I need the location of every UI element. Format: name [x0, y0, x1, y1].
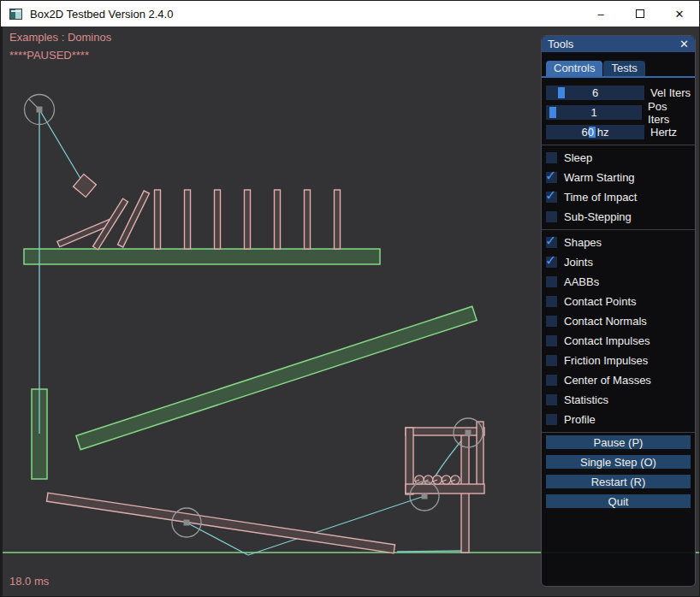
anchor-upper-pulley: [466, 430, 472, 436]
checkbox[interactable]: [546, 276, 557, 287]
joint-line-ground-frame: [248, 496, 424, 555]
slider-row: 1 Pos Iters: [546, 103, 691, 122]
checkbox-row[interactable]: Statistics: [546, 390, 691, 410]
tools-panel-titlebar[interactable]: Tools ✕: [542, 36, 695, 52]
slider-value: 6: [546, 86, 644, 99]
checkbox-row[interactable]: AABBs: [546, 272, 691, 292]
window-title: Box2D Testbed Version 2.4.0: [30, 8, 173, 21]
anchor-lower-pulley: [422, 494, 428, 499]
standing-domino-6: [305, 190, 311, 249]
tools-close-icon[interactable]: ✕: [679, 38, 689, 50]
simulation-canvas[interactable]: Examples : Dominos ****PAUSED**** 18.0 m…: [1, 27, 700, 597]
checkbox-label: Joints: [564, 256, 593, 269]
checkbox[interactable]: [546, 316, 557, 327]
checkbox[interactable]: [546, 296, 557, 307]
checkbox-label: Warm Starting: [564, 171, 635, 184]
tab-underline: [542, 76, 695, 78]
joint-line-pendulum-square: [39, 109, 85, 186]
checkbox-group-draw: Shapes Joints AABBs Contact Points: [546, 233, 691, 429]
slider-group: 6 Vel Iters 1 Pos Iters: [546, 83, 691, 142]
checkbox-row[interactable]: Contact Impulses: [546, 331, 691, 351]
standing-domino-7: [335, 190, 341, 249]
slider-label: Hertz: [650, 126, 677, 139]
slider-label: Vel Iters: [650, 86, 691, 99]
checkbox-label: Profile: [564, 413, 596, 426]
checkbox[interactable]: [546, 172, 557, 183]
checkbox-row[interactable]: Contact Normals: [546, 311, 691, 331]
checkbox-label: Center of Masses: [564, 374, 651, 387]
frame-time-label: 18.0 ms: [9, 575, 49, 588]
checkbox[interactable]: [546, 394, 557, 405]
checkbox-label: Contact Normals: [564, 315, 647, 328]
checkbox-row[interactable]: Shapes: [546, 233, 691, 252]
slider-value: 1: [546, 106, 642, 119]
checkbox[interactable]: [546, 257, 557, 268]
slider[interactable]: 1: [546, 105, 642, 120]
panel-button[interactable]: Single Step (O): [546, 455, 691, 469]
checkbox-row[interactable]: Profile: [546, 410, 691, 429]
checkbox-row[interactable]: Joints: [546, 252, 691, 272]
app-window: Box2D Testbed Version 2.4.0 – ✕: [0, 0, 700, 597]
frame-structure: [406, 422, 484, 553]
shelf-balls: [415, 476, 460, 484]
slider[interactable]: 6: [546, 86, 644, 100]
slider[interactable]: 60 hz: [546, 125, 644, 139]
paused-label: ****PAUSED****: [9, 49, 89, 62]
checkbox[interactable]: [546, 355, 557, 366]
app-icon: [9, 9, 22, 20]
slider-row: 60 hz Hertz: [546, 122, 691, 142]
checkbox-row[interactable]: Friction Impulses: [546, 351, 691, 370]
checkbox-label: Contact Impulses: [564, 334, 650, 347]
close-button[interactable]: ✕: [660, 1, 699, 27]
standing-domino-2: [185, 190, 191, 249]
checkbox-row[interactable]: Warm Starting: [546, 168, 691, 187]
checkbox-row[interactable]: Time of Impact: [546, 187, 691, 207]
tools-panel-title: Tools: [548, 38, 679, 50]
checkbox-label: Contact Points: [564, 295, 637, 308]
checkbox-row[interactable]: Sleep: [546, 148, 691, 168]
checkbox[interactable]: [546, 152, 557, 163]
tab-controls[interactable]: Controls: [546, 61, 602, 76]
standing-domino-5: [275, 190, 281, 249]
tab-bar: ControlsTests: [542, 61, 695, 76]
standing-domino-1: [155, 190, 161, 249]
checkbox-label: Shapes: [564, 236, 602, 249]
panel-button[interactable]: Pause (P): [546, 435, 691, 449]
checkbox-label: Statistics: [564, 393, 608, 406]
example-label: Examples : Dominos: [9, 31, 111, 44]
separator: [542, 432, 695, 433]
checkbox-label: AABBs: [564, 275, 599, 288]
domino-platform: [24, 249, 380, 264]
panel-button[interactable]: Restart (R): [546, 475, 691, 488]
frame-shelf: [406, 484, 484, 494]
dominos: [57, 190, 341, 250]
checkbox-label: Sub-Stepping: [564, 210, 632, 223]
checkbox-group-simulation: Sleep Warm Starting Time of Impact Sub-S…: [546, 148, 691, 227]
checkbox[interactable]: [546, 335, 557, 346]
tab-tests[interactable]: Tests: [603, 61, 644, 76]
checkbox-label: Sleep: [564, 151, 592, 164]
checkbox-label: Friction Impulses: [564, 354, 648, 367]
slider-value: 60 hz: [546, 126, 644, 139]
standing-domino-3: [215, 190, 221, 249]
anchor-plank: [184, 520, 190, 526]
checkbox[interactable]: [546, 414, 557, 425]
slider-label: Pos Iters: [648, 100, 691, 126]
checkbox-row[interactable]: Center of Masses: [546, 370, 691, 390]
button-group: Pause (P)Single Step (O)Restart (R)Quit: [546, 435, 691, 508]
joint-line-ground-post: [397, 551, 465, 552]
panel-button[interactable]: Quit: [546, 494, 691, 508]
checkbox[interactable]: [546, 237, 557, 248]
checkbox-row[interactable]: Contact Points: [546, 292, 691, 311]
checkbox[interactable]: [546, 192, 557, 203]
separator: [542, 145, 695, 145]
tools-panel: Tools ✕ ControlsTests 6 Vel Iters: [541, 35, 696, 587]
checkbox-row[interactable]: Sub-Stepping: [546, 207, 691, 227]
checkbox[interactable]: [546, 211, 557, 222]
maximize-button[interactable]: [620, 1, 660, 27]
swinging-square: [74, 174, 97, 198]
minimize-button[interactable]: –: [581, 1, 620, 27]
anchor-pendulum: [37, 107, 43, 113]
checkbox[interactable]: [546, 375, 557, 386]
maximize-icon: [636, 9, 644, 18]
